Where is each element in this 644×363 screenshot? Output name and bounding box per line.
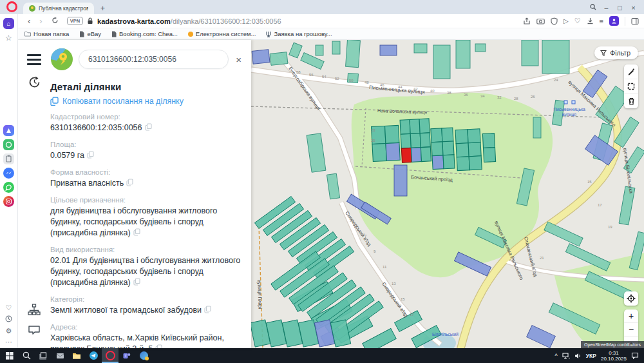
copy-value-icon[interactable] [133, 278, 140, 286]
task-view-icon[interactable] [35, 348, 52, 363]
language-indicator[interactable]: УКР [586, 353, 596, 359]
house-number: 42 [413, 87, 418, 91]
geolocate-control [624, 291, 638, 306]
geolocate-target-icon[interactable] [624, 291, 638, 306]
copy-value-icon[interactable] [204, 306, 211, 313]
map-canvas[interactable]: Письменницька вулицяЕнергозбірська вулиц… [251, 40, 644, 348]
cadastral-parcel [400, 119, 410, 134]
field-label: Площа: [50, 141, 243, 148]
cadastral-parcel [455, 130, 468, 144]
history-clock-icon[interactable] [5, 315, 12, 324]
panel-menu-icon[interactable] [27, 54, 41, 65]
browser-tab[interactable]: Публічна кадастрова ка... [23, 3, 94, 14]
window-maximize-button[interactable]: □ [613, 4, 627, 12]
instagram-icon[interactable] [3, 196, 14, 207]
shield-icon[interactable] [551, 17, 558, 25]
house-number: 15 [587, 180, 592, 184]
history-refresh-icon[interactable] [28, 75, 41, 92]
sidebar-more-icon[interactable]: ⋯ [5, 338, 12, 346]
measure-pencil-icon[interactable] [624, 64, 638, 79]
copy-value-icon[interactable] [87, 151, 94, 159]
opera-menu-icon[interactable] [6, 1, 17, 12]
zoom-in-button[interactable]: + [624, 309, 638, 323]
file-explorer-icon[interactable] [68, 348, 85, 363]
player-app-icon[interactable] [3, 139, 14, 150]
taskbar-telegram-icon[interactable] [85, 348, 102, 363]
bookmark-item[interactable]: Новая папка [24, 30, 69, 37]
house-number: 46 [380, 83, 384, 87]
messenger-icon[interactable] [3, 168, 14, 179]
field-value: 02.01 Для будівництва і обслуговування ж… [50, 255, 243, 288]
house-number: 11 [383, 265, 387, 269]
taskbar-opera-icon[interactable] [102, 348, 118, 363]
cadastral-parcel [410, 119, 420, 134]
copy-value-icon[interactable] [145, 123, 152, 131]
cadastral-search-field[interactable] [79, 50, 229, 69]
house-number: 40 [430, 89, 435, 93]
vpn-badge[interactable]: VPN [67, 17, 83, 25]
taskbar-app-mail[interactable] [52, 348, 68, 363]
lock-icon[interactable] [87, 15, 93, 27]
building [522, 40, 538, 66]
clipboard-icon[interactable] [3, 153, 14, 164]
sidebar-apps [3, 125, 14, 207]
send-to-device-icon[interactable]: ▷ [564, 17, 569, 25]
hierarchy-icon[interactable] [28, 304, 41, 318]
bookmark-item[interactable]: Booking.com: Chea... [111, 30, 178, 37]
feedback-chat-icon[interactable] [28, 324, 41, 338]
new-tab-button[interactable]: + [100, 4, 105, 13]
panel-close-button[interactable]: × [234, 54, 243, 65]
cadastral-search-input[interactable] [87, 54, 220, 64]
cadastral-parcel [411, 148, 421, 162]
copy-value-icon[interactable] [126, 179, 133, 186]
bookmark-item[interactable]: eBay [79, 30, 101, 37]
sidebar-toggle-icon[interactable] [631, 17, 639, 25]
window-close-button[interactable]: × [627, 4, 640, 12]
settings-gear-icon[interactable]: ⚙ [6, 328, 12, 335]
reload-button[interactable] [52, 17, 59, 25]
forward-button[interactable]: › [39, 15, 42, 27]
speaker-icon[interactable] [574, 353, 582, 359]
aria-ai-icon[interactable] [3, 125, 14, 136]
building [346, 40, 361, 68]
snapshot-camera-icon[interactable] [536, 17, 545, 25]
copy-value-icon[interactable] [155, 344, 162, 348]
profile-avatar[interactable] [609, 16, 619, 26]
download-icon[interactable] [587, 17, 594, 25]
bookmark-item[interactable]: Заявка на грошову... [266, 30, 332, 37]
taskbar-teams-icon[interactable]: T [118, 348, 135, 363]
copy-parcel-link[interactable]: Копіювати посилання на ділянку [50, 97, 243, 106]
zoom-out-button[interactable]: − [624, 323, 638, 337]
house-number: 38 [447, 91, 451, 95]
map-filter-button[interactable]: Фільтр [594, 46, 638, 59]
house-number: 26 [531, 95, 535, 99]
bookmark-item[interactable]: Електронна систем... [188, 30, 256, 37]
share-icon[interactable] [523, 17, 531, 25]
extensions-menu-icon[interactable]: ≡ [600, 17, 603, 25]
url-text[interactable]: kadastrova-karta.com/dilyanka/6310136600… [97, 17, 518, 25]
network-icon[interactable] [562, 353, 570, 359]
taskbar-search-icon[interactable] [18, 348, 35, 363]
window-minimize-button[interactable]: – [600, 4, 613, 12]
notification-icon[interactable] [631, 352, 639, 359]
likes-heart-icon[interactable]: ♡ [6, 304, 12, 311]
field-value: Харківська область, м.Харків Київський р… [50, 333, 243, 348]
whatsapp-icon[interactable] [3, 182, 14, 193]
map-attribution[interactable]: OpenStreetMap contributors [581, 341, 644, 348]
copy-link-icon [50, 97, 59, 106]
copy-value-icon[interactable] [133, 228, 140, 236]
bookmarks-star-icon[interactable]: ☆ [5, 34, 12, 43]
addressbar-separator [625, 17, 625, 26]
cadastral-map[interactable]: Письменницька вулицяЕнергозбірська вулиц… [251, 40, 644, 348]
bookmark-heart-icon[interactable]: ♡ [574, 17, 581, 25]
delete-trash-icon[interactable] [624, 94, 638, 108]
tab-search-icon[interactable] [586, 4, 600, 12]
area-select-icon[interactable] [624, 79, 638, 94]
street-label: вулиця Гмирі [256, 280, 263, 309]
speed-dial-home-icon[interactable]: ⌂ [3, 18, 14, 29]
taskbar-browser2-icon[interactable] [135, 348, 152, 363]
clock-datetime[interactable]: 0:3120.10.2025 [601, 350, 627, 362]
tray-chevron-icon[interactable]: ^ [555, 353, 558, 359]
start-button[interactable] [1, 348, 18, 363]
back-button[interactable]: ‹ [28, 15, 30, 27]
